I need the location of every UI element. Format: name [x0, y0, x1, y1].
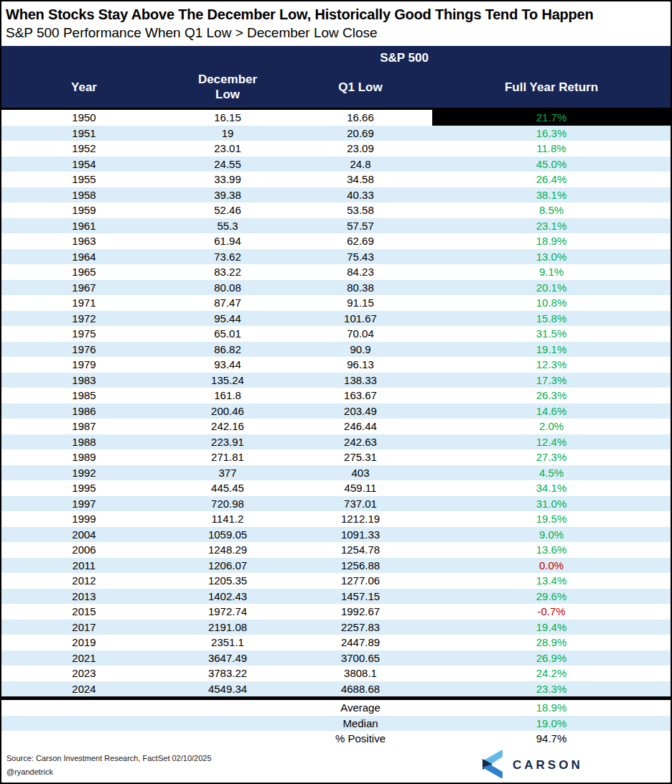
- cell-full-year-return: 12.3%: [432, 357, 671, 373]
- table-row: 195952.4653.588.5%: [1, 202, 671, 218]
- cell-december-low: 24.55: [167, 157, 289, 172]
- cell-full-year-return: 24.2%: [432, 666, 671, 681]
- table-row: 20233783.223808.124.2%: [1, 666, 671, 681]
- cell-december-low: 86.82: [167, 342, 289, 358]
- cell-december-low: 1141.2: [167, 511, 289, 527]
- table-row: 196583.2284.239.1%: [1, 264, 671, 280]
- cell-year: 1967: [1, 280, 167, 296]
- cell-q1-low: 84.23: [289, 264, 432, 280]
- cell-q1-low: 75.43: [289, 249, 432, 265]
- cell-q1-low: 80.38: [289, 280, 432, 296]
- cell-year: 1999: [1, 511, 167, 527]
- cell-year: 1995: [1, 480, 167, 496]
- table-row: 20192351.12447.8928.9%: [1, 635, 671, 650]
- cell-year: 1997: [1, 496, 167, 512]
- table-row: 20131402.431457.1529.6%: [1, 589, 671, 605]
- summary-empty-cell: [1, 731, 167, 747]
- cell-december-low: 39.38: [167, 187, 289, 203]
- cell-q1-low: 246.44: [289, 419, 432, 434]
- cell-year: 1963: [1, 233, 167, 249]
- cell-q1-low: 1277.06: [289, 573, 432, 589]
- column-headers: Year December Low Q1 Low Full Year Retur…: [1, 66, 671, 108]
- cell-year: 2011: [1, 558, 167, 574]
- source-line: Source: Carson Investment Research, Fact…: [6, 752, 212, 765]
- cell-full-year-return: 31.0%: [432, 496, 671, 512]
- cell-q1-low: 3808.1: [289, 666, 432, 681]
- cell-q1-low: 459.11: [289, 480, 432, 496]
- table-row: 1988223.91242.6312.4%: [1, 434, 671, 450]
- cell-december-low: 1402.43: [167, 589, 289, 605]
- table-group-header: S&P 500: [1, 51, 671, 65]
- column-header-december-low: December Low: [167, 72, 289, 102]
- cell-december-low: 720.98: [167, 496, 289, 512]
- table-row: 196361.9462.6918.9%: [1, 233, 671, 249]
- cell-full-year-return: 45.0%: [432, 157, 671, 172]
- summary-label: Average: [289, 700, 432, 716]
- page-title: When Stocks Stay Above The December Low,…: [1, 1, 671, 24]
- cell-q1-low: 70.04: [289, 326, 432, 342]
- table-row: 196155.357.5723.1%: [1, 218, 671, 234]
- cell-december-low: 87.47: [167, 295, 289, 311]
- cell-full-year-return: 16.3%: [432, 126, 671, 141]
- cell-full-year-return: 26.3%: [432, 388, 671, 403]
- cell-q1-low: 1992.67: [289, 604, 432, 620]
- cell-q1-low: 57.57: [289, 218, 432, 234]
- cell-full-year-return: 19.4%: [432, 620, 671, 635]
- table-row: 19991141.21212.1919.5%: [1, 511, 671, 527]
- cell-full-year-return: 0.0%: [432, 558, 671, 574]
- table-row: 195223.0123.0911.8%: [1, 141, 671, 157]
- cell-full-year-return: 14.6%: [432, 403, 671, 419]
- cell-q1-low: 62.69: [289, 233, 432, 249]
- cell-december-low: 3783.22: [167, 666, 289, 681]
- column-header-year: Year: [1, 80, 167, 95]
- cell-december-low: 23.01: [167, 141, 289, 157]
- table-row: 197295.44101.6715.8%: [1, 311, 671, 327]
- carson-logo-text: CARSON: [513, 758, 583, 773]
- cell-full-year-return: 8.5%: [432, 202, 671, 218]
- cell-q1-low: 1254.78: [289, 542, 432, 558]
- cell-full-year-return: 23.3%: [432, 681, 671, 697]
- cell-year: 1976: [1, 342, 167, 358]
- table-row: 19511920.6916.3%: [1, 126, 671, 141]
- summary-value: 19.0%: [432, 716, 671, 732]
- cell-year: 1952: [1, 141, 167, 157]
- cell-q1-low: 20.69: [289, 126, 432, 141]
- cell-full-year-return: 20.1%: [432, 280, 671, 296]
- cell-year: 2017: [1, 620, 167, 635]
- cell-year: 1954: [1, 157, 167, 172]
- cell-full-year-return: 2.0%: [432, 419, 671, 434]
- cell-q1-low: 1457.15: [289, 589, 432, 605]
- table-row: 195424.5524.845.0%: [1, 157, 671, 172]
- table-row: 20244549.344688.6823.3%: [1, 681, 671, 697]
- cell-full-year-return: -0.7%: [432, 604, 671, 620]
- cell-full-year-return: 29.6%: [432, 589, 671, 605]
- table-row: 1986200.46203.4914.6%: [1, 403, 671, 419]
- cell-q1-low: 96.13: [289, 357, 432, 373]
- column-header-q1-low: Q1 Low: [289, 80, 432, 95]
- cell-december-low: 135.24: [167, 373, 289, 388]
- cell-q1-low: 4688.68: [289, 681, 432, 697]
- carson-chevron-icon: [480, 750, 504, 781]
- summary-value: 18.9%: [432, 700, 671, 716]
- cell-december-low: 55.3: [167, 218, 289, 234]
- cell-december-low: 2191.08: [167, 620, 289, 635]
- table-row: 196473.6275.4313.0%: [1, 249, 671, 265]
- table-row: 195839.3840.3338.1%: [1, 187, 671, 203]
- cell-year: 1964: [1, 249, 167, 265]
- carson-logo: CARSON: [480, 750, 583, 781]
- page-subtitle: S&P 500 Performance When Q1 Low > Decemb…: [1, 24, 671, 46]
- table-row: 1987242.16246.442.0%: [1, 419, 671, 434]
- cell-q1-low: 91.15: [289, 295, 432, 311]
- cell-q1-low: 203.49: [289, 403, 432, 419]
- cell-year: 1959: [1, 202, 167, 218]
- cell-q1-low: 101.67: [289, 311, 432, 327]
- summary-empty-cell: [1, 716, 167, 732]
- cell-year: 1975: [1, 326, 167, 342]
- table-row: 1989271.81275.3127.3%: [1, 449, 671, 465]
- cell-december-low: 377: [167, 465, 289, 481]
- summary-row: % Positive94.7%: [1, 731, 671, 747]
- cell-q1-low: 1212.19: [289, 511, 432, 527]
- summary-empty-cell: [1, 700, 167, 716]
- cell-full-year-return: 10.8%: [432, 295, 671, 311]
- cell-q1-low: 23.09: [289, 141, 432, 157]
